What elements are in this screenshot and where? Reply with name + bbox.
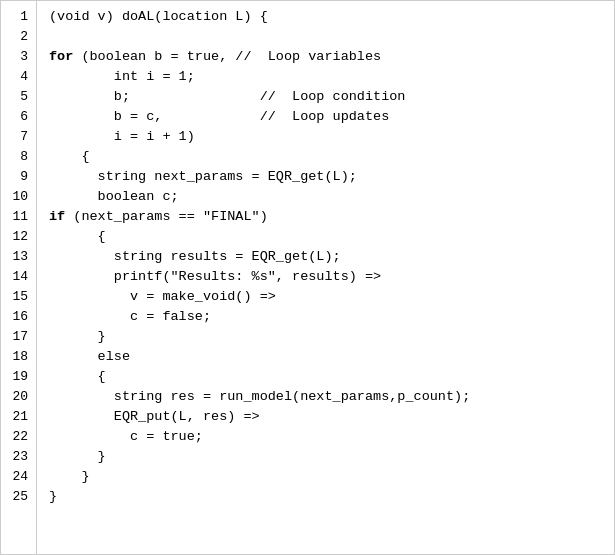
code-line-11: if (next_params == "FINAL"): [49, 207, 614, 227]
code-line-20: string res = run_model(next_params,p_cou…: [49, 387, 614, 407]
code-line-2: [49, 27, 614, 47]
code-line-22: c = true;: [49, 427, 614, 447]
line-number-17: 17: [1, 327, 36, 347]
line-number-5: 5: [1, 87, 36, 107]
line-number-12: 12: [1, 227, 36, 247]
line-number-21: 21: [1, 407, 36, 427]
line-number-19: 19: [1, 367, 36, 387]
line-number-1: 1: [1, 7, 36, 27]
line-number-8: 8: [1, 147, 36, 167]
code-line-24: }: [49, 467, 614, 487]
line-number-9: 9: [1, 167, 36, 187]
code-line-5: b; // Loop condition: [49, 87, 614, 107]
code-line-21: EQR_put(L, res) =>: [49, 407, 614, 427]
line-number-16: 16: [1, 307, 36, 327]
code-line-9: string next_params = EQR_get(L);: [49, 167, 614, 187]
code-line-7: i = i + 1): [49, 127, 614, 147]
code-line-19: {: [49, 367, 614, 387]
line-number-14: 14: [1, 267, 36, 287]
code-line-4: int i = 1;: [49, 67, 614, 87]
code-line-14: printf("Results: %s", results) =>: [49, 267, 614, 287]
code-line-17: }: [49, 327, 614, 347]
line-number-6: 6: [1, 107, 36, 127]
line-number-15: 15: [1, 287, 36, 307]
code-line-10: boolean c;: [49, 187, 614, 207]
line-number-gutter: 1234567891011121314151617181920212223242…: [1, 1, 37, 554]
code-line-8: {: [49, 147, 614, 167]
code-line-12: {: [49, 227, 614, 247]
line-number-22: 22: [1, 427, 36, 447]
code-line-16: c = false;: [49, 307, 614, 327]
code-line-13: string results = EQR_get(L);: [49, 247, 614, 267]
line-number-24: 24: [1, 467, 36, 487]
code-line-3: for (boolean b = true, // Loop variables: [49, 47, 614, 67]
line-number-13: 13: [1, 247, 36, 267]
code-line-18: else: [49, 347, 614, 367]
code-editor: 1234567891011121314151617181920212223242…: [0, 0, 615, 555]
line-number-18: 18: [1, 347, 36, 367]
code-line-1: (void v) doAL(location L) {: [49, 7, 614, 27]
line-number-11: 11: [1, 207, 36, 227]
line-number-20: 20: [1, 387, 36, 407]
code-line-6: b = c, // Loop updates: [49, 107, 614, 127]
line-number-7: 7: [1, 127, 36, 147]
line-number-23: 23: [1, 447, 36, 467]
line-number-25: 25: [1, 487, 36, 507]
line-number-4: 4: [1, 67, 36, 87]
line-number-2: 2: [1, 27, 36, 47]
line-number-10: 10: [1, 187, 36, 207]
code-body: (void v) doAL(location L) { for (boolean…: [37, 1, 614, 554]
line-number-3: 3: [1, 47, 36, 67]
code-line-15: v = make_void() =>: [49, 287, 614, 307]
code-line-25: }: [49, 487, 614, 507]
code-line-23: }: [49, 447, 614, 467]
